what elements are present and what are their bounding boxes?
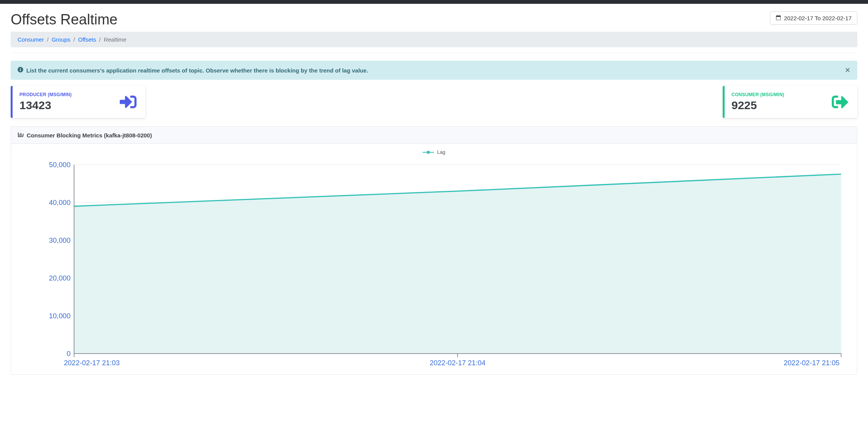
breadcrumb-separator: / (74, 36, 75, 43)
legend-swatch-icon (423, 150, 434, 155)
breadcrumb-groups[interactable]: Groups (51, 36, 70, 43)
divider (11, 53, 857, 53)
breadcrumb-separator: / (99, 36, 101, 43)
chart-panel-header: Consumer Blocking Metrics (kafka-jt808-0… (11, 127, 857, 144)
producer-metric-card: PRODUCER (MSG/MIN) 13423 (11, 86, 145, 118)
date-range-text: 2022-02-17 To 2022-02-17 (784, 15, 852, 21)
metrics-row: PRODUCER (MSG/MIN) 13423 CONSUMER (MSG/M… (11, 86, 857, 118)
x-tick: 2022-02-17 21:03 (64, 359, 119, 367)
chart-panel-title: Consumer Blocking Metrics (kafka-jt808-0… (27, 132, 152, 139)
y-tick: 0 (67, 350, 71, 358)
producer-text: PRODUCER (MSG/MIN) 13423 (19, 92, 72, 112)
date-range-picker[interactable]: 2022-02-17 To 2022-02-17 (770, 11, 857, 25)
y-tick: 10,000 (49, 312, 71, 320)
page-container: Offsets Realtime 2022-02-17 To 2022-02-1… (0, 4, 868, 382)
producer-value: 13423 (19, 99, 72, 112)
page-title: Offsets Realtime (11, 11, 117, 28)
breadcrumb: Consumer / Groups / Offsets / Realtime (11, 32, 857, 47)
info-alert: List the current consumers's application… (11, 61, 857, 80)
chart-body: Lag 50,000 40 (11, 144, 857, 374)
producer-label: PRODUCER (MSG/MIN) (19, 92, 72, 97)
breadcrumb-current: Realtime (104, 36, 126, 43)
sign-out-icon (830, 94, 850, 110)
info-icon (18, 67, 23, 74)
breadcrumb-consumer[interactable]: Consumer (18, 36, 44, 43)
header-row: Offsets Realtime 2022-02-17 To 2022-02-1… (11, 11, 857, 28)
metrics-spacer (153, 86, 715, 118)
top-bar (0, 0, 868, 4)
breadcrumb-offsets[interactable]: Offsets (78, 36, 96, 43)
chart-legend[interactable]: Lag (21, 149, 847, 155)
x-tick: 2022-02-17 21:04 (430, 359, 485, 367)
consumer-text: CONSUMER (MSG/MIN) 9225 (731, 92, 784, 112)
y-tick: 20,000 (49, 274, 71, 282)
y-tick: 30,000 (49, 236, 71, 244)
y-tick: 50,000 (49, 161, 71, 169)
lag-chart[interactable]: 50,000 40,000 30,000 20,000 10,000 0 202… (21, 159, 847, 371)
breadcrumb-separator: / (47, 36, 48, 43)
alert-text: List the current consumers's application… (26, 67, 368, 74)
x-tick: 2022-02-17 21:05 (784, 359, 839, 367)
legend-series-label: Lag (437, 149, 445, 155)
consumer-value: 9225 (731, 99, 784, 112)
y-tick: 40,000 (49, 198, 71, 206)
sign-in-icon (118, 94, 138, 110)
chart-bar-icon (18, 132, 24, 139)
svg-point-1 (427, 151, 430, 154)
alert-close-button[interactable]: ✕ (845, 66, 850, 74)
calendar-icon (776, 15, 781, 21)
chart-panel: Consumer Blocking Metrics (kafka-jt808-0… (11, 126, 857, 375)
consumer-metric-card: CONSUMER (MSG/MIN) 9225 (723, 86, 857, 118)
consumer-label: CONSUMER (MSG/MIN) (731, 92, 784, 97)
alert-message: List the current consumers's application… (18, 67, 368, 74)
